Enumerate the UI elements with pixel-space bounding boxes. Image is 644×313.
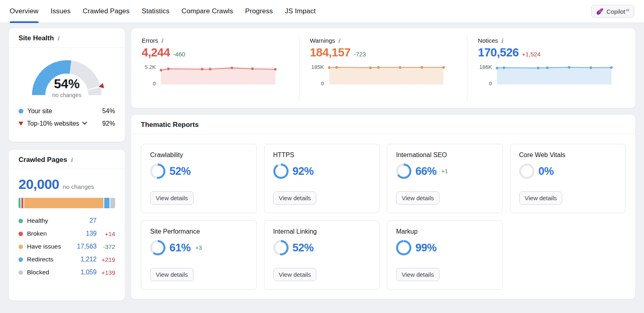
view-details-button[interactable]: View details (273, 268, 317, 281)
warnings-ymax-label: 185K (311, 64, 324, 70)
bar-segment-broken[interactable] (21, 198, 23, 208)
report-internal-linking: Internal Linking 52% View details (264, 220, 380, 290)
redirects-delta: +219 (97, 256, 115, 263)
report-title: Crawlability (150, 151, 248, 159)
info-icon[interactable]: i (501, 38, 503, 44)
broken-dot (19, 232, 23, 236)
right-column: Errors i 4,244 -460 5.2K 0 Warnings (131, 28, 635, 306)
notices-y-axis: 186K 0 (478, 63, 495, 87)
issues-summary-card: Errors i 4,244 -460 5.2K 0 Warnings (131, 28, 635, 108)
crawled-pages-stacked-bar (19, 198, 115, 208)
view-details-button[interactable]: View details (519, 191, 563, 205)
report-markup: Markup 99% View details (387, 220, 503, 290)
have-issues-dot (19, 245, 23, 249)
view-details-button[interactable]: View details (150, 191, 194, 205)
notices-ymax-label: 186K (479, 64, 492, 70)
thematic-reports-title: Thematic Reports (141, 121, 199, 129)
errors-delta: -460 (173, 51, 185, 58)
warnings-value[interactable]: 184,157 (310, 46, 351, 59)
warnings-title: Warnings (310, 37, 335, 44)
redirects-dot (19, 257, 23, 262)
legend-row-broken: Broken 139 +14 (19, 227, 115, 240)
info-icon[interactable]: i (57, 35, 59, 41)
warnings-trend-chart (328, 63, 445, 87)
have-issues-value[interactable]: 17,563 (77, 243, 97, 250)
broken-delta: +14 (97, 230, 115, 237)
bar-segment-healthy[interactable] (19, 198, 21, 208)
broken-label: Broken (27, 230, 47, 237)
chevron-down-icon[interactable] (82, 120, 87, 125)
markup-percent: 99% (415, 242, 437, 254)
report-core-web-vitals: Core Web Vitals 0% View details (510, 144, 626, 213)
report-site-performance: Site Performance 61% +3 View details (141, 220, 257, 290)
legend-row-top10[interactable]: Top-10% websites 92% (19, 117, 115, 130)
site-health-gauge: 54% no changes (25, 53, 109, 100)
your-site-dot (19, 109, 23, 114)
your-site-label: Your site (27, 108, 52, 115)
notices-trend-chart (495, 63, 613, 87)
top10-label: Top-10% websites (27, 120, 79, 127)
top10-value: 92% (102, 120, 115, 127)
errors-ymax-label: 5.2K (144, 64, 156, 70)
tab-compare-crawls[interactable]: Compare Crawls (182, 0, 233, 23)
crawled-pages-title: Crawled Pages (19, 156, 67, 164)
info-icon[interactable]: i (161, 38, 163, 44)
tab-statistics[interactable]: Statistics (142, 0, 169, 23)
warnings-y-axis: 185K 0 (310, 63, 328, 87)
site-performance-donut (150, 240, 165, 255)
site-health-value: 54% (25, 77, 109, 91)
international-seo-donut (396, 164, 411, 179)
notices-ymin-label: 0 (489, 81, 492, 87)
bar-segment-blocked[interactable] (110, 198, 115, 208)
tab-issues[interactable]: Issues (51, 0, 71, 23)
tab-overview[interactable]: Overview (10, 0, 39, 23)
report-title: Markup (396, 228, 493, 235)
report-title: Core Web Vitals (519, 151, 617, 159)
healthy-value[interactable]: 27 (89, 217, 97, 224)
markup-donut (396, 240, 411, 255)
crawled-pages-body: 20,000 no changes Healthy 27 Broken 139 (9, 169, 125, 286)
crawlability-donut (150, 164, 165, 179)
errors-value[interactable]: 4,244 (142, 46, 170, 59)
legend-row-blocked: Blocked 1,059 +139 (19, 266, 115, 279)
view-details-button[interactable]: View details (273, 191, 317, 205)
crawled-pages-header: Crawled Pages i (9, 150, 125, 169)
tab-crawled-pages[interactable]: Crawled Pages (83, 0, 130, 23)
tab-progress[interactable]: Progress (245, 0, 273, 23)
core-web-vitals-percent: 0% (539, 165, 554, 178)
errors-trend-chart (159, 63, 277, 87)
errors-y-axis: 5.2K 0 (142, 63, 159, 87)
redirects-value[interactable]: 1,212 (80, 256, 97, 263)
warnings-section: Warnings i 184,157 -723 185K 0 (299, 35, 467, 102)
view-details-button[interactable]: View details (396, 268, 440, 281)
healthy-dot (19, 219, 23, 223)
info-icon[interactable]: i (338, 38, 340, 44)
tab-js-impact[interactable]: JS Impact (285, 0, 316, 23)
broken-value[interactable]: 139 (86, 230, 97, 237)
info-icon[interactable]: i (70, 157, 72, 163)
https-donut (273, 164, 289, 179)
crawled-pages-legend: Healthy 27 Broken 139 +14 Have issues 17… (19, 214, 115, 279)
international-seo-percent: 66% (415, 165, 437, 178)
errors-title: Errors (142, 37, 158, 44)
copilot-button[interactable]: CopilotAI (591, 5, 634, 18)
view-details-button[interactable]: View details (396, 191, 440, 205)
notices-value[interactable]: 170,526 (478, 46, 518, 59)
bar-segment-redirects[interactable] (104, 198, 110, 208)
copilot-label: CopilotAI (607, 8, 629, 15)
crawled-pages-change: no changes (63, 183, 94, 190)
errors-ymin-label: 0 (153, 81, 156, 87)
legend-row-have-issues: Have issues 17,563 -372 (19, 240, 115, 253)
bar-segment-have-issues[interactable] (24, 198, 103, 208)
report-title: HTTPS (273, 151, 371, 159)
have-issues-label: Have issues (27, 243, 61, 250)
report-international-seo: International SEO 66% +1 View details (387, 144, 503, 213)
international-seo-delta: +1 (442, 168, 448, 174)
legend-row-redirects: Redirects 1,212 +219 (19, 253, 115, 266)
blocked-label: Blocked (27, 269, 49, 276)
healthy-label: Healthy (27, 217, 48, 224)
blocked-value[interactable]: 1,059 (80, 269, 97, 276)
site-health-title: Site Health (19, 34, 54, 42)
site-performance-delta: +3 (196, 245, 202, 251)
view-details-button[interactable]: View details (150, 268, 194, 281)
